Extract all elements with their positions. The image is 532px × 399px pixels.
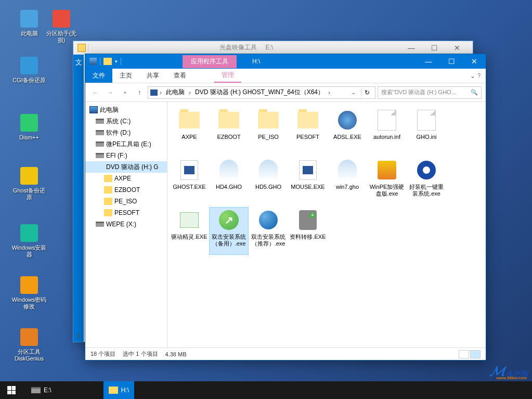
file-item[interactable]: PE_ISO — [249, 107, 288, 155]
start-button[interactable] — [0, 381, 23, 399]
pc-icon — [20, 9, 38, 28]
close-button[interactable]: ✕ — [463, 54, 486, 69]
maximize-button[interactable]: ☐ — [440, 54, 463, 69]
file-label: WinPE加强硬盘版.exe — [369, 184, 405, 197]
bg-file-tab: 文 — [73, 55, 84, 342]
tree-item[interactable]: PE_ISO — [85, 196, 167, 207]
breadcrumb-drive[interactable]: DVD 驱动器 (H:) GHOST_WIN7_64位（X64） — [193, 88, 326, 97]
maximize-button[interactable]: ☐ — [423, 42, 446, 54]
chevron-right-icon[interactable]: › — [189, 89, 191, 96]
tree-item[interactable]: WEPE (X:) — [85, 218, 167, 230]
minimize-button[interactable]: — — [400, 42, 423, 54]
desktop-icon-diskgenius[interactable]: 分区工具DiskGenius — [10, 328, 48, 362]
dropdown-history[interactable]: ⌄ — [348, 90, 359, 95]
folder-icon — [104, 198, 112, 205]
up-button[interactable]: ↑ — [133, 86, 146, 99]
file-item[interactable]: 双击安装系统（推荐）.exe — [249, 207, 288, 255]
file-label: autorun.inf — [373, 134, 400, 140]
tree-item[interactable]: DVD 驱动器 (H:) G — [85, 161, 167, 173]
taskbar-task[interactable]: H:\ — [103, 381, 134, 399]
search-icon[interactable]: 🔍 — [471, 89, 478, 96]
tab-view[interactable]: 查看 — [166, 69, 193, 83]
file-item[interactable]: autorun.inf — [367, 107, 407, 155]
wininst-icon — [20, 224, 38, 242]
disk-icon — [96, 141, 104, 147]
properties-icon[interactable] — [89, 58, 97, 65]
file-label: PE_ISO — [258, 134, 279, 140]
file-item[interactable]: ADSL.EXE — [328, 107, 367, 155]
file-item[interactable]: 好装机一键重装系统.exe — [407, 157, 446, 205]
search-box[interactable]: 搜索"DVD 驱动器 (H:) GHO... 🔍 — [378, 86, 482, 99]
file-icon — [336, 109, 359, 132]
tree-item[interactable]: EZBOOT — [85, 184, 167, 196]
ribbon-expand-button[interactable]: ⌄ ? — [465, 69, 486, 83]
file-item[interactable]: 双击安装系统（备用）.exe — [209, 207, 249, 255]
icons-view-button[interactable] — [470, 350, 481, 358]
folder-icon[interactable] — [103, 58, 112, 65]
taskbar-task[interactable]: E:\ — [26, 381, 57, 399]
file-icon — [178, 109, 201, 132]
desktop-icon-wininst[interactable]: Windows安装器 — [10, 224, 48, 258]
file-icon — [296, 159, 319, 182]
back-button[interactable]: ← — [89, 86, 102, 99]
refresh-button[interactable]: ↻ — [361, 89, 373, 96]
desktop-icon-ghost[interactable]: Ghost备份还原 — [10, 166, 48, 201]
file-item[interactable]: GHO.ini — [407, 107, 446, 155]
partition-icon — [52, 9, 71, 28]
file-label: HD5.GHO — [255, 184, 281, 190]
file-label: PESOFT — [296, 134, 319, 140]
folder-icon — [77, 44, 86, 52]
tab-manage[interactable]: 管理 — [214, 69, 241, 83]
file-item[interactable]: MOUSE.EXE — [288, 157, 328, 205]
tree-item[interactable]: 系统 (C:) — [85, 115, 167, 127]
address-bar[interactable]: › 此电脑 › DVD 驱动器 (H:) GHOST_WIN7_64位（X64）… — [148, 86, 375, 99]
tree-item[interactable]: 软件 (D:) — [85, 127, 167, 138]
tree-item[interactable]: EFI (F:) — [85, 150, 167, 161]
file-item[interactable]: AXPE — [170, 107, 209, 155]
context-tab-apptools[interactable]: 应用程序工具 — [183, 55, 237, 68]
desktop-icon-partition[interactable]: 分区助手(无损) — [43, 9, 80, 44]
file-icon — [375, 159, 398, 182]
close-button[interactable]: ✕ — [446, 42, 469, 54]
desktop-icon-winpwd[interactable]: Windows密码修改 — [10, 276, 48, 310]
pc-icon — [89, 106, 98, 113]
forward-button[interactable]: → — [104, 86, 116, 99]
details-view-button[interactable] — [459, 350, 469, 358]
desktop-icon-cgi[interactable]: CGI备份还原 — [10, 56, 48, 84]
file-content-area[interactable]: AXPEEZBOOTPE_ISOPESOFTADSL.EXEautorun.in… — [167, 102, 486, 347]
tab-home[interactable]: 主页 — [112, 69, 139, 83]
fg-title-bar[interactable]: ▾ 应用程序工具 H:\ — ☐ ✕ — [85, 54, 486, 69]
dism-icon — [20, 113, 38, 132]
minimize-button[interactable]: — — [417, 54, 440, 69]
tree-item[interactable]: 此电脑 — [85, 104, 167, 115]
search-placeholder: 搜索"DVD 驱动器 (H:) GHO... — [381, 88, 456, 96]
file-icon — [336, 159, 359, 182]
bg-window-controls: — ☐ ✕ — [400, 42, 469, 54]
file-item[interactable]: GHOST.EXE — [170, 157, 209, 205]
file-item[interactable]: +资料转移.EXE — [288, 207, 328, 255]
breadcrumb-pc[interactable]: 此电脑 — [164, 88, 187, 97]
status-size: 4.38 MB — [165, 351, 187, 357]
recent-button[interactable]: ▾ — [119, 86, 131, 99]
file-icon — [257, 109, 280, 132]
dropdown-icon[interactable]: ▾ — [115, 59, 118, 64]
desktop-icon-dism[interactable]: Dism++ — [10, 113, 48, 141]
tab-share[interactable]: 共享 — [139, 69, 166, 83]
new-folder-icon[interactable] — [100, 58, 100, 65]
file-item[interactable]: win7.gho — [328, 157, 367, 205]
chevron-right-icon[interactable]: › — [160, 89, 162, 96]
tree-item[interactable]: AXPE — [85, 173, 167, 184]
file-item[interactable]: HD4.GHO — [209, 157, 249, 205]
bg-title-bar: 光盘映像工具 E:\ — ☐ ✕ — [73, 41, 473, 55]
file-item[interactable]: PESOFT — [288, 107, 328, 155]
tree-item[interactable]: 微PE工具箱 (E:) — [85, 138, 167, 150]
file-item[interactable]: 驱动精灵.EXE — [170, 207, 209, 255]
file-label: ADSL.EXE — [333, 134, 361, 140]
chevron-right-icon[interactable]: › — [328, 89, 330, 96]
tree-item[interactable]: PESOFT — [85, 207, 167, 218]
file-item[interactable]: HD5.GHO — [249, 157, 288, 205]
file-icon — [178, 159, 201, 182]
tab-file[interactable]: 文件 — [85, 69, 112, 83]
file-item[interactable]: WinPE加强硬盘版.exe — [367, 157, 407, 205]
file-item[interactable]: EZBOOT — [209, 107, 249, 155]
